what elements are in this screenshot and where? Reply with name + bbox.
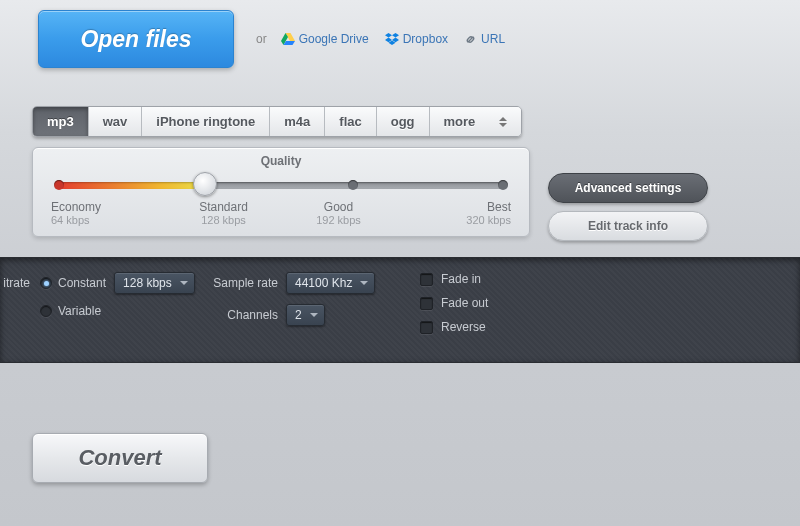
dropbox-link[interactable]: Dropbox: [385, 32, 448, 46]
format-tab-m4a[interactable]: m4a: [270, 107, 325, 136]
more-chevron-icon: [499, 117, 507, 127]
bitrate-label: itrate: [0, 276, 30, 290]
fade-out-label: Fade out: [441, 296, 488, 310]
open-files-button[interactable]: Open files: [38, 10, 234, 68]
advanced-panel: itrate Constant 128 kbps Variable Sample…: [0, 257, 800, 363]
advanced-settings-button[interactable]: Advanced settings: [548, 173, 708, 203]
format-tab-flac[interactable]: flac: [325, 107, 376, 136]
google-drive-link[interactable]: Google Drive: [281, 32, 369, 46]
svg-marker-3: [385, 33, 392, 38]
quality-stop-name: Good: [281, 200, 396, 214]
format-tab-more[interactable]: more: [430, 107, 522, 136]
edit-track-info-label: Edit track info: [588, 219, 668, 233]
slider-notch-economy: [54, 180, 64, 190]
format-tab-label: flac: [339, 114, 361, 129]
slider-fill: [57, 182, 205, 189]
google-drive-label: Google Drive: [299, 32, 369, 46]
format-tabs: mp3waviPhone ringtonem4aflacoggmore: [32, 106, 522, 137]
convert-label: Convert: [78, 445, 161, 471]
advanced-settings-label: Advanced settings: [575, 181, 682, 195]
convert-button[interactable]: Convert: [32, 433, 208, 483]
format-tab-iphone-ringtone[interactable]: iPhone ringtone: [142, 107, 270, 136]
quality-stop-bitrate: 320 kbps: [466, 214, 511, 226]
quality-slider[interactable]: [57, 178, 505, 192]
fade-in-label: Fade in: [441, 272, 481, 286]
format-tab-label: m4a: [284, 114, 310, 129]
slider-notch-good: [348, 180, 358, 190]
reverse-checkbox[interactable]: [420, 321, 433, 334]
sample-rate-dropdown[interactable]: 44100 Khz: [286, 272, 375, 294]
format-tab-label: wav: [103, 114, 128, 129]
quality-stop-bitrate: 192 kbps: [316, 214, 361, 226]
or-text: or: [256, 32, 267, 46]
bitrate-dropdown[interactable]: 128 kbps: [114, 272, 195, 294]
fade-in-checkbox[interactable]: [420, 273, 433, 286]
slider-notch-best: [498, 180, 508, 190]
quality-stop-bitrate: 64 kbps: [51, 214, 90, 226]
format-tab-label: more: [444, 114, 476, 129]
bitrate-constant-label: Constant: [58, 276, 106, 290]
url-link[interactable]: URL: [464, 32, 505, 46]
convert-row: Convert: [0, 363, 800, 483]
channels-dropdown[interactable]: 2: [286, 304, 325, 326]
quality-panel: Quality Economy64 kbps Standard128 kbps …: [32, 147, 530, 237]
chevron-down-icon: [360, 281, 368, 285]
bitrate-constant-radio[interactable]: [40, 277, 52, 289]
open-files-label: Open files: [80, 26, 191, 53]
format-tab-label: mp3: [47, 114, 74, 129]
quality-stop-name: Economy: [51, 200, 166, 214]
link-icon: [464, 33, 477, 46]
google-drive-icon: [281, 33, 295, 45]
fade-out-checkbox[interactable]: [420, 297, 433, 310]
format-tabs-row: mp3waviPhone ringtonem4aflacoggmore: [0, 82, 800, 137]
dropbox-label: Dropbox: [403, 32, 448, 46]
chevron-down-icon: [180, 281, 188, 285]
channels-value: 2: [295, 308, 302, 322]
open-files-row: Open files or Google Drive Dropbox URL: [0, 0, 800, 82]
quality-row: Quality Economy64 kbps Standard128 kbps …: [0, 137, 800, 241]
quality-labels: Economy64 kbps Standard128 kbps Good192 …: [51, 200, 511, 226]
format-tab-mp3[interactable]: mp3: [33, 107, 89, 136]
format-tab-ogg[interactable]: ogg: [377, 107, 430, 136]
sample-rate-value: 44100 Khz: [295, 276, 352, 290]
channels-label: Channels: [200, 308, 278, 322]
chevron-down-icon: [310, 313, 318, 317]
slider-handle[interactable]: [193, 172, 217, 196]
bitrate-variable-label: Variable: [58, 304, 101, 318]
format-tab-label: ogg: [391, 114, 415, 129]
bitrate-variable-radio[interactable]: [40, 305, 52, 317]
quality-stop-name: Best: [396, 200, 511, 214]
reverse-label: Reverse: [441, 320, 486, 334]
bitrate-value: 128 kbps: [123, 276, 172, 290]
sample-rate-label: Sample rate: [200, 276, 278, 290]
url-label: URL: [481, 32, 505, 46]
svg-marker-4: [392, 33, 399, 38]
dropbox-icon: [385, 33, 399, 45]
format-tab-wav[interactable]: wav: [89, 107, 143, 136]
quality-stop-bitrate: 128 kbps: [201, 214, 246, 226]
quality-stop-name: Standard: [166, 200, 281, 214]
quality-title: Quality: [51, 154, 511, 168]
edit-track-info-button[interactable]: Edit track info: [548, 211, 708, 241]
side-buttons: Advanced settings Edit track info: [548, 147, 708, 241]
format-tab-label: iPhone ringtone: [156, 114, 255, 129]
